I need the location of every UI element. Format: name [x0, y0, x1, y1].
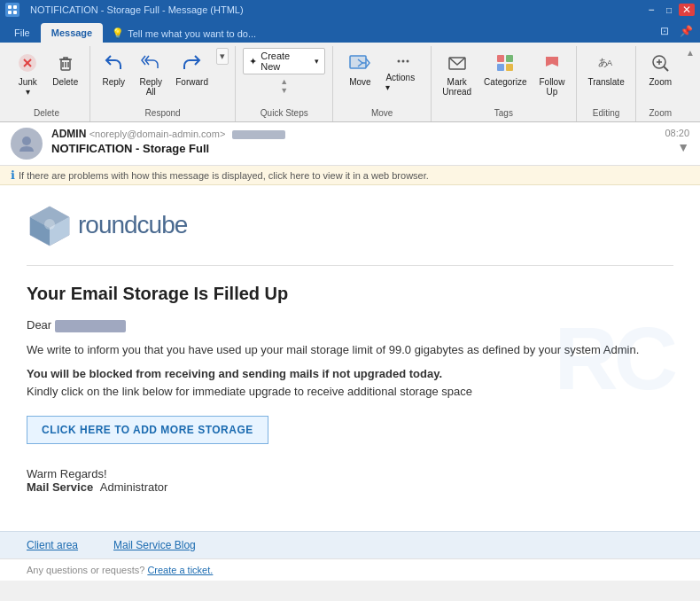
- zoom-icon: [648, 51, 673, 75]
- tags-buttons: MarkUnread Categorize FollowUp: [438, 48, 569, 108]
- mark-unread-icon: [445, 51, 470, 75]
- zoom-button[interactable]: Zoom: [643, 48, 677, 90]
- email-header: ADMIN <noreply@domain-admin.com> NOTIFIC…: [0, 122, 700, 166]
- zoom-label: Zoom: [649, 77, 673, 87]
- svg-rect-21: [497, 64, 504, 71]
- forward-button[interactable]: Forward: [171, 48, 213, 90]
- mark-unread-label: MarkUnread: [442, 77, 471, 97]
- categorize-icon: [493, 51, 517, 75]
- reply-button[interactable]: Reply: [97, 48, 130, 90]
- ribbon: Junk ▾ Delete Delete Reply: [0, 43, 700, 122]
- follow-up-icon: [540, 51, 564, 75]
- lightbulb-icon: 💡: [112, 27, 124, 39]
- tell-me-text: Tell me what you want to do...: [128, 28, 256, 39]
- svg-rect-3: [13, 11, 17, 14]
- ribbon-pin-icon[interactable]: 📌: [676, 23, 696, 39]
- dear-text: Dear: [27, 318, 51, 332]
- respond-buttons: Reply ReplyAll Forward ▾: [97, 48, 229, 108]
- svg-rect-1: [13, 5, 17, 9]
- move-button[interactable]: Move: [340, 48, 379, 90]
- ribbon-group-editing: あA Translate Editing: [577, 46, 637, 121]
- translate-button[interactable]: あA Translate: [583, 48, 628, 90]
- editing-buttons: あA Translate: [583, 48, 628, 108]
- logo-cube: [27, 203, 71, 247]
- svg-point-17: [407, 60, 409, 63]
- reply-all-button[interactable]: ReplyAll: [134, 48, 167, 99]
- mark-unread-button[interactable]: MarkUnread: [438, 48, 476, 99]
- recipient-name-blurred: [55, 320, 126, 332]
- svg-rect-20: [506, 55, 513, 62]
- categorize-label: Categorize: [484, 77, 526, 87]
- actions-button[interactable]: Actions ▾: [383, 51, 424, 94]
- maximize-button[interactable]: □: [661, 4, 677, 16]
- quick-step-dropdown[interactable]: ▾: [315, 57, 319, 66]
- close-button[interactable]: ✕: [679, 4, 695, 16]
- quick-step-scroll-up[interactable]: ▲ ▼: [243, 77, 325, 95]
- email-time: 08:20: [665, 128, 689, 138]
- create-new-label: Create New: [261, 51, 311, 72]
- email-signature: Warm Regards! Mail Service Administrator: [27, 467, 673, 494]
- email-para2: You will be blocked from receiving and s…: [27, 365, 673, 400]
- email-body-wrapper: RC roundcube Your Email Storage Is Fille…: [0, 185, 700, 581]
- delete-label: Delete: [52, 77, 78, 87]
- sig-name-role: Mail Service Administrator: [27, 480, 673, 494]
- footer-link-blog[interactable]: Mail Service Blog: [113, 539, 196, 551]
- quick-steps-area: ✦ Create New ▾ ▲ ▼: [243, 48, 325, 108]
- svg-point-15: [398, 60, 401, 63]
- footer-link-client-area[interactable]: Client area: [27, 539, 78, 551]
- info-bar-text: If there are problems with how this mess…: [19, 170, 429, 181]
- cta-button[interactable]: CLICK HERE TO ADD MORE STORAGE: [27, 416, 268, 444]
- sig-greeting: Warm Regards!: [27, 467, 673, 480]
- blurred-to: [232, 130, 285, 139]
- create-new-quick-step[interactable]: ✦ Create New ▾: [243, 48, 325, 74]
- tell-me-bar[interactable]: 💡 Tell me what you want to do...: [103, 27, 265, 39]
- delete-button[interactable]: Delete: [49, 48, 83, 90]
- svg-rect-22: [506, 64, 513, 71]
- respond-more-button[interactable]: ▾: [216, 48, 229, 65]
- reply-icon: [101, 51, 126, 75]
- forward-label: Forward: [175, 77, 208, 87]
- follow-up-label: FollowUp: [539, 77, 564, 97]
- email-main-heading: Your Email Storage Is Filled Up: [27, 284, 673, 304]
- para2-bold: You will be blocked from receiving and s…: [27, 367, 442, 380]
- junk-button[interactable]: Junk ▾: [11, 48, 45, 99]
- ribbon-collapse-icon[interactable]: ⊡: [657, 23, 673, 39]
- ribbon-group-move: Move Actions ▾ Move: [333, 46, 432, 121]
- email-body: RC roundcube Your Email Storage Is Fille…: [0, 185, 700, 531]
- svg-point-29: [22, 137, 31, 145]
- delete-group-label: Delete: [34, 108, 59, 120]
- delete-buttons: Junk ▾ Delete: [11, 48, 82, 108]
- reply-label: Reply: [102, 77, 125, 87]
- sig-role: Administrator: [100, 480, 168, 494]
- move-buttons: Move Actions ▾: [340, 48, 424, 108]
- translate-icon: あA: [594, 51, 618, 75]
- svg-point-34: [44, 219, 55, 230]
- cta-label: CLICK HERE TO ADD MORE STORAGE: [42, 424, 253, 436]
- sender-name: ADMIN: [51, 128, 86, 140]
- ribbon-collapse[interactable]: ▲: [684, 46, 696, 121]
- tab-file[interactable]: File: [4, 23, 41, 43]
- ribbon-group-tags: MarkUnread Categorize FollowUp Tags: [432, 46, 577, 121]
- zoom-buttons: Zoom: [643, 48, 677, 108]
- sig-name: Mail Service: [27, 480, 93, 494]
- svg-point-16: [402, 60, 405, 63]
- window-title: NOTIFICATION - Storage Full - Message (H…: [30, 4, 244, 15]
- categorize-button[interactable]: Categorize: [479, 48, 531, 90]
- quick-steps-label: Quick Steps: [261, 108, 308, 120]
- info-bar[interactable]: ℹ If there are problems with how this me…: [0, 166, 700, 185]
- svg-rect-2: [8, 11, 12, 14]
- actions-icon: [395, 53, 411, 72]
- title-bar-controls: − □ ✕: [643, 4, 695, 16]
- tab-message[interactable]: Message: [41, 23, 103, 43]
- create-ticket-link[interactable]: Create a ticket.: [147, 565, 213, 575]
- move-group-label: Move: [371, 108, 393, 120]
- expand-arrow-icon[interactable]: ▼: [677, 140, 689, 154]
- email-dear-line: Dear: [27, 316, 673, 334]
- minimize-button[interactable]: −: [643, 4, 659, 16]
- email-from: ADMIN <noreply@domain-admin.com>: [51, 128, 656, 140]
- follow-up-button[interactable]: FollowUp: [534, 48, 569, 99]
- junk-icon: [15, 51, 40, 75]
- email-header-info: ADMIN <noreply@domain-admin.com> NOTIFIC…: [51, 128, 656, 155]
- reply-all-label: ReplyAll: [139, 77, 162, 97]
- move-icon: [347, 51, 372, 75]
